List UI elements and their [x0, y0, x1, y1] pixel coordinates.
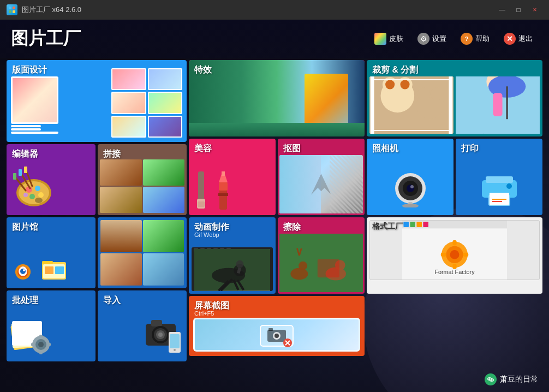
tile-crop[interactable]: 裁剪 & 分割: [367, 60, 542, 136]
titlebar-title: 图片工厂 x64 2.6.0: [22, 5, 81, 15]
tile-format-factory[interactable]: 格式工厂: [367, 217, 542, 294]
tile-matting[interactable]: 抠图: [278, 139, 365, 215]
svg-rect-120: [452, 240, 456, 246]
app-icon: [7, 4, 17, 15]
batch-import-row: 批处理: [7, 290, 187, 361]
tile-gallery-2[interactable]: [98, 217, 187, 288]
svg-point-21: [20, 269, 26, 274]
collage-label: 拼接: [103, 149, 121, 160]
settings-icon: ⚙: [417, 33, 429, 45]
import-icon: [135, 310, 184, 359]
svg-point-5: [19, 181, 49, 204]
erase-image: [279, 234, 363, 292]
svg-rect-113: [403, 222, 409, 227]
svg-rect-26: [45, 266, 53, 274]
svg-point-83: [397, 77, 412, 92]
gif-sublabel: Gif Webp: [194, 231, 219, 238]
svg-point-85: [400, 80, 409, 89]
help-button[interactable]: ? 帮助: [455, 30, 495, 47]
svg-rect-47: [198, 171, 204, 201]
exit-icon: ✕: [504, 33, 516, 45]
svg-rect-54: [222, 171, 225, 176]
beauty-icons: [192, 169, 273, 212]
svg-rect-52: [219, 182, 228, 191]
matting-image: [279, 155, 363, 213]
tile-layout-design[interactable]: 版面设计: [7, 60, 187, 142]
svg-rect-36: [31, 343, 35, 346]
exit-button[interactable]: ✕ 退出: [498, 30, 538, 47]
svg-rect-35: [39, 350, 43, 354]
skin-button[interactable]: 皮肤: [369, 30, 409, 47]
svg-rect-80: [369, 76, 453, 134]
camera-icon: [389, 167, 432, 210]
settings-label: 设置: [432, 34, 446, 44]
svg-point-9: [29, 194, 35, 199]
crop-label: 裁剪 & 分割: [372, 64, 418, 76]
svg-rect-51: [218, 193, 228, 196]
tile-beauty[interactable]: 美容: [189, 139, 276, 215]
effect-label: 特效: [194, 64, 212, 76]
tile-screenshot[interactable]: 屏幕截图 Ctrl+F5: [189, 296, 365, 356]
header: 图片工厂 皮肤 ⚙ 设置 ? 帮助 ✕ 退出: [0, 20, 549, 58]
collage-img-4: [143, 187, 185, 213]
titlebar-controls: — □ ×: [494, 4, 542, 15]
layout-design-label: 版面设计: [12, 64, 47, 76]
maximize-button[interactable]: □: [511, 4, 526, 15]
settings-button[interactable]: ⚙ 设置: [412, 30, 452, 47]
film-strip: [192, 247, 273, 291]
svg-line-63: [238, 268, 240, 274]
tile-effect[interactable]: 特效: [189, 60, 365, 136]
svg-rect-37: [46, 343, 51, 346]
header-nav: 皮肤 ⚙ 设置 ? 帮助 ✕ 退出: [369, 30, 538, 47]
collage-img-1: [100, 159, 142, 186]
svg-rect-45: [170, 334, 180, 348]
batch-label: 批处理: [12, 295, 38, 306]
svg-point-10: [23, 193, 28, 197]
svg-point-65: [290, 268, 308, 280]
svg-rect-89: [372, 76, 451, 134]
wechat-icon: [485, 373, 497, 385]
tile-gif[interactable]: 动画制作 Gif Webp: [189, 217, 276, 294]
help-label: 帮助: [475, 34, 490, 44]
crop-image-1: [369, 76, 453, 134]
collage-images: [100, 159, 184, 213]
camera-label: 照相机: [372, 143, 398, 155]
film-image: [194, 249, 270, 291]
screenshot-sublabel: Ctrl+F5: [194, 310, 214, 317]
svg-point-88: [430, 87, 443, 100]
tile-print[interactable]: 打印: [456, 139, 542, 215]
tile-erase[interactable]: 擦除: [278, 217, 365, 294]
svg-rect-49: [198, 201, 205, 207]
beauty-label: 美容: [194, 143, 212, 155]
erase-label: 擦除: [283, 222, 301, 233]
tile-batch[interactable]: 批处理: [7, 290, 96, 361]
svg-point-84: [385, 80, 395, 89]
svg-rect-122: [441, 253, 446, 257]
tile-camera[interactable]: 照相机: [367, 139, 453, 215]
left-column: 版面设计: [7, 60, 187, 390]
svg-rect-1: [13, 7, 15, 9]
svg-rect-24: [42, 261, 53, 264]
close-button[interactable]: ×: [527, 4, 542, 15]
tile-gallery[interactable]: 图片馆: [7, 217, 96, 288]
svg-point-110: [506, 183, 512, 189]
camera-print-row: 照相机: [367, 139, 542, 215]
svg-rect-3: [13, 10, 15, 13]
tile-editor[interactable]: 编辑器: [7, 144, 96, 215]
svg-rect-115: [416, 222, 422, 227]
svg-point-129: [491, 379, 492, 381]
tile-import[interactable]: 导入: [98, 290, 187, 361]
crop-image-2: [456, 76, 540, 134]
editor-label: 编辑器: [12, 149, 38, 160]
svg-rect-121: [452, 264, 456, 269]
svg-point-100: [410, 185, 414, 188]
middle-column: 特效 美容: [189, 60, 365, 390]
svg-rect-71: [318, 259, 339, 277]
tile-collage[interactable]: 拼接: [98, 144, 187, 215]
minimize-button[interactable]: —: [494, 4, 510, 15]
stamp-small-2: [11, 128, 41, 130]
gallery-extra-images: [100, 220, 184, 286]
svg-rect-27: [55, 266, 64, 274]
gallery-row: 图片馆: [7, 217, 187, 288]
palette-icon: [9, 167, 56, 212]
